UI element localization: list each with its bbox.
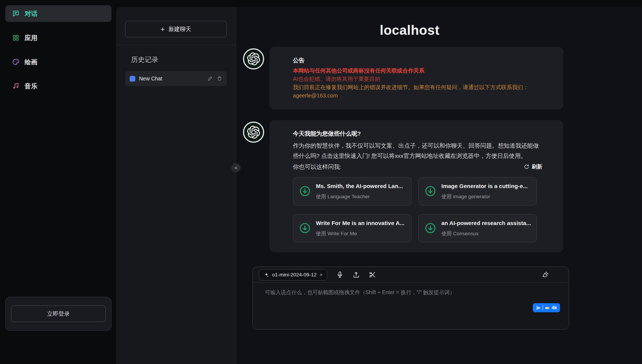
ask-row: 你也可以这样问我: 刷新 xyxy=(293,162,542,172)
suggestion-title: Write For Me is an innovative A... xyxy=(316,219,404,228)
main-content: localhost 公告 本网站与任何其他公司或商标没有任何关联或合作关系 AI… xyxy=(236,7,583,364)
sidebar-item-label: 音乐 xyxy=(25,82,37,91)
message-input[interactable]: 可输入说点什么，也可贴截图或拖拽文件（Shift + Enter = 换行，"/… xyxy=(253,283,569,329)
chat-list-panel: + 新建聊天 历史记录 New Chat xyxy=(116,7,236,364)
gpt-install-icon xyxy=(424,222,437,234)
sidebar-item-apps[interactable]: 应用 xyxy=(5,29,111,46)
welcome-bubble: 今天我能为您做些什么呢? 作为你的智慧伙伴，我不仅可以写文案、出点子，还可以和你… xyxy=(269,120,563,252)
model-name: o1-mini-2024-09-12 xyxy=(272,272,317,278)
suggestion-card[interactable]: Ms. Smith, the AI-powered Lan... 使用 Lang… xyxy=(293,177,411,205)
composer: o1-mini-2024-09-12 > xyxy=(252,267,569,330)
history-title: 历史记录 xyxy=(125,55,227,64)
sparkle-icon xyxy=(264,272,269,278)
sidebar-item-music[interactable]: 音乐 xyxy=(5,78,111,94)
token-count: 4k xyxy=(552,305,557,310)
welcome-body: 作为你的智慧伙伴，我不仅可以写文案、出点子，还可以和你聊天、回答问题。想知道我还… xyxy=(293,140,542,161)
divider xyxy=(543,305,543,310)
announcement-line: 本网站与任何其他公司或商标没有任何关联或合作关系 xyxy=(293,67,542,75)
suggestion-subtitle: 使用 Consensus xyxy=(441,230,531,238)
ask-hint: 你也可以这样问我: xyxy=(293,162,341,172)
announcement-line: 我们目前正在修复我们网站上的错误并改进细节。如果您有任何疑问，请通过以下方式联系… xyxy=(293,83,542,92)
suggestion-subtitle: 使用 Write For Me xyxy=(316,230,404,238)
login-panel: 立即登录 xyxy=(5,297,111,331)
chevron-right-icon: > xyxy=(320,272,323,278)
send-plane-icon xyxy=(536,305,541,310)
grid-icon xyxy=(12,34,20,42)
suggestion-title: Ms. Smith, the AI-powered Lan... xyxy=(316,182,403,191)
model-selector[interactable]: o1-mini-2024-09-12 > xyxy=(259,269,327,281)
chat-main-panel: < localhost 公告 本网站与任何其他公司或商标没有任何关联或合作关系 … xyxy=(236,7,642,364)
chat-item-avatar xyxy=(130,76,135,82)
suggestion-subtitle: 使用 Language Teacher xyxy=(316,193,403,201)
scissors-button[interactable] xyxy=(369,271,376,278)
sidebar-item-label: 绘画 xyxy=(25,58,37,66)
input-placeholder: 可输入说点什么，也可贴截图或拖拽文件（Shift + Enter = 换行，"/… xyxy=(265,289,455,295)
suggestion-subtitle: 使用 image generator xyxy=(441,193,528,201)
upload-button[interactable] xyxy=(353,271,360,278)
contact-email-link[interactable]: ageerle@163.com xyxy=(293,92,338,100)
suggestion-title: Image Generator is a cutting-e... xyxy=(441,182,528,191)
sidebar: 对话 应用 绘画 音乐 立即登录 xyxy=(0,0,116,364)
chat-bubble-icon xyxy=(12,10,20,17)
send-button[interactable]: 4k xyxy=(533,303,560,312)
chat-history-item[interactable]: New Chat xyxy=(125,71,227,86)
plus-icon: + xyxy=(161,26,165,33)
sidebar-item-label: 应用 xyxy=(25,34,37,42)
sidebar-item-chat[interactable]: 对话 xyxy=(5,5,111,22)
message-announcement: 公告 本网站与任何其他公司或商标没有任何关联或合作关系 AI也会犯错。请勿将其用… xyxy=(243,47,583,110)
message-list: 公告 本网站与任何其他公司或商标没有任何关联或合作关系 AI也会犯错。请勿将其用… xyxy=(236,47,583,264)
edit-icon[interactable] xyxy=(207,76,213,81)
chat-item-title: New Chat xyxy=(139,76,204,82)
login-button[interactable]: 立即登录 xyxy=(11,305,106,322)
announcement-heading: 公告 xyxy=(293,56,542,65)
gpt-install-icon xyxy=(299,222,311,234)
window-panel: + 新建聊天 历史记录 New Chat < localhost xyxy=(116,7,642,364)
clear-context-broom-button[interactable] xyxy=(542,271,549,278)
announcement-bubble: 公告 本网站与任何其他公司或商标没有任何关联或合作关系 AI也会犯错。请勿将其用… xyxy=(269,47,563,110)
refresh-icon xyxy=(524,164,529,170)
composer-toolbar: o1-mini-2024-09-12 > xyxy=(253,267,569,283)
sidebar-item-label: 对话 xyxy=(25,9,37,18)
battery-icon xyxy=(545,305,550,310)
palette-icon xyxy=(12,58,20,66)
gpt-install-icon xyxy=(424,185,437,197)
new-chat-label: 新建聊天 xyxy=(169,26,191,33)
refresh-button[interactable]: 刷新 xyxy=(524,163,542,171)
gpt-install-icon xyxy=(299,185,311,197)
microphone-button[interactable] xyxy=(336,271,343,278)
assistant-avatar xyxy=(243,122,264,143)
suggestion-title: an AI-powered research assista... xyxy=(441,219,531,228)
collapse-sidebar-button[interactable]: < xyxy=(232,163,240,172)
message-welcome: 今天我能为您做些什么呢? 作为你的智慧伙伴，我不仅可以写文案、出点子，还可以和你… xyxy=(243,120,583,252)
assistant-avatar xyxy=(243,48,264,69)
suggestion-card[interactable]: Image Generator is a cutting-e... 使用 ima… xyxy=(418,177,537,205)
chat-item-actions xyxy=(207,76,222,81)
refresh-label: 刷新 xyxy=(532,163,542,171)
divider xyxy=(116,45,236,45)
suggestion-text: Ms. Smith, the AI-powered Lan... 使用 Lang… xyxy=(316,182,403,201)
announcement-line: AI也会犯错。请勿将其用于重要目的 xyxy=(293,75,542,83)
new-chat-button[interactable]: + 新建聊天 xyxy=(125,21,227,37)
delete-icon[interactable] xyxy=(217,76,222,81)
sidebar-item-drawing[interactable]: 绘画 xyxy=(5,54,111,70)
suggestion-card[interactable]: Write For Me is an innovative A... 使用 Wr… xyxy=(293,214,411,242)
music-note-icon xyxy=(12,82,20,90)
chevron-left-icon: < xyxy=(235,165,238,171)
suggestion-text: an AI-powered research assista... 使用 Con… xyxy=(441,219,531,238)
suggestion-grid: Ms. Smith, the AI-powered Lan... 使用 Lang… xyxy=(293,177,542,242)
suggestion-text: Image Generator is a cutting-e... 使用 ima… xyxy=(441,182,528,201)
suggestion-text: Write For Me is an innovative A... 使用 Wr… xyxy=(316,219,404,238)
welcome-heading: 今天我能为您做些什么呢? xyxy=(293,129,542,138)
page-title: localhost xyxy=(236,23,583,38)
suggestion-card[interactable]: an AI-powered research assista... 使用 Con… xyxy=(418,214,537,242)
